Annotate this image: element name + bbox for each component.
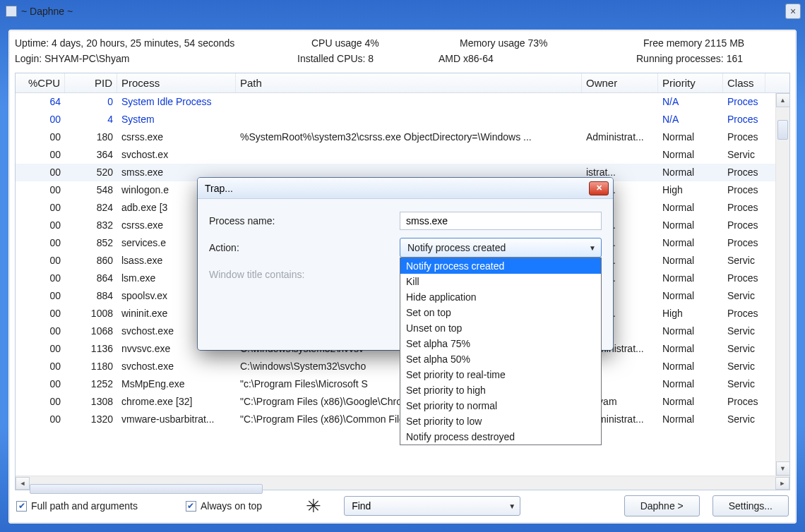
cell-owner bbox=[582, 111, 658, 128]
action-label: Action: bbox=[209, 242, 400, 253]
table-header: %CPU PID Process Path Owner Priority Cla… bbox=[16, 73, 789, 93]
cell-cpu: 00 bbox=[16, 181, 65, 199]
find-combo[interactable]: Find ▼ bbox=[344, 496, 520, 516]
cell-process: svchost.exe bbox=[117, 358, 236, 375]
alwaysontop-checkbox[interactable]: Always on top bbox=[186, 500, 262, 512]
scroll-up-icon[interactable]: ▲ bbox=[776, 93, 790, 107]
hscroll-thumb[interactable] bbox=[30, 484, 263, 494]
trap-dialog: Trap... ✕ Process name: Action: Notify p… bbox=[198, 178, 613, 350]
table-row[interactable]: 00364svchost.exNormalServic bbox=[16, 146, 789, 164]
horizontal-scrollbar[interactable]: ◄ ► bbox=[16, 476, 789, 490]
cell-class: Servic bbox=[723, 411, 765, 428]
cell-pid: 860 bbox=[65, 252, 117, 270]
cell-priority: Normal bbox=[658, 217, 723, 234]
cell-priority: Normal bbox=[658, 146, 723, 164]
cell-priority: N/A bbox=[658, 93, 723, 111]
cell-priority: Normal bbox=[658, 375, 723, 393]
cell-pid: 852 bbox=[65, 234, 117, 252]
title-bar[interactable]: ~ Daphne ~ × bbox=[0, 0, 805, 23]
col-owner[interactable]: Owner bbox=[582, 73, 658, 92]
dropdown-option[interactable]: Set priority to normal bbox=[400, 398, 601, 413]
scroll-thumb[interactable] bbox=[777, 120, 788, 140]
cell-pid: 1136 bbox=[65, 340, 117, 358]
procname-input[interactable] bbox=[400, 212, 602, 230]
table-row[interactable]: 004SystemN/AProces bbox=[16, 111, 789, 128]
dropdown-option[interactable]: Set priority to low bbox=[400, 413, 601, 429]
cell-path bbox=[236, 93, 582, 111]
cell-pid: 832 bbox=[65, 217, 117, 234]
cell-cpu: 00 bbox=[16, 340, 65, 358]
cell-pid: 1320 bbox=[65, 411, 117, 428]
cell-priority: Normal bbox=[658, 164, 723, 181]
cell-pid: 4 bbox=[65, 111, 117, 128]
cell-pid: 1252 bbox=[65, 375, 117, 393]
col-priority[interactable]: Priority bbox=[658, 73, 723, 92]
bottom-toolbar: Full path and arguments Always on top ✳ … bbox=[15, 490, 790, 517]
vertical-scrollbar[interactable]: ▲ ▼ bbox=[775, 93, 789, 476]
col-class[interactable]: Class bbox=[723, 73, 765, 92]
uptime-label: Uptime: 4 days, 20 hours, 25 minutes, 54… bbox=[15, 37, 311, 49]
close-button[interactable]: × bbox=[785, 4, 801, 19]
cell-cpu: 00 bbox=[16, 411, 65, 428]
cell-class: Servic bbox=[723, 252, 765, 270]
col-path[interactable]: Path bbox=[236, 73, 582, 92]
cell-process: svchost.ex bbox=[117, 146, 236, 164]
checkbox-icon bbox=[16, 501, 27, 512]
cell-cpu: 00 bbox=[16, 164, 65, 181]
cell-class: Proces bbox=[723, 181, 765, 199]
cell-class: Servic bbox=[723, 287, 765, 305]
dropdown-option[interactable]: Set priority to real-time bbox=[400, 367, 601, 382]
cell-owner: Administrat... bbox=[582, 128, 658, 146]
scroll-right-icon[interactable]: ► bbox=[775, 477, 789, 490]
dialog-title-bar[interactable]: Trap... ✕ bbox=[198, 178, 613, 199]
scroll-left-icon[interactable]: ◄ bbox=[16, 477, 30, 490]
cell-class: Proces bbox=[723, 270, 765, 287]
cell-pid: 824 bbox=[65, 199, 117, 217]
dialog-title: Trap... bbox=[202, 183, 589, 194]
dropdown-option[interactable]: Hide application bbox=[400, 289, 601, 305]
scroll-down-icon[interactable]: ▼ bbox=[776, 461, 790, 476]
dropdown-option[interactable]: Kill bbox=[400, 274, 601, 289]
alwaysontop-label: Always on top bbox=[201, 500, 262, 512]
cell-process: chrome.exe [32] bbox=[117, 393, 236, 411]
checkbox-icon bbox=[186, 501, 196, 512]
dropdown-option[interactable]: Notify process destroyed bbox=[400, 429, 601, 445]
dropdown-option[interactable]: Unset on top bbox=[400, 320, 601, 336]
dropdown-option[interactable]: Set alpha 75% bbox=[400, 336, 601, 351]
daphne-button[interactable]: Daphne > bbox=[624, 495, 700, 516]
app-icon bbox=[6, 6, 17, 17]
cell-class: Proces bbox=[723, 93, 765, 111]
table-row[interactable]: 00180csrss.exe%SystemRoot%\system32\csrs… bbox=[16, 128, 789, 146]
cell-pid: 180 bbox=[65, 128, 117, 146]
settings-button[interactable]: Settings... bbox=[712, 495, 789, 516]
cell-cpu: 00 bbox=[16, 128, 65, 146]
installed-cpus-label: Installed CPUs: 8 bbox=[297, 53, 439, 64]
cell-pid: 1308 bbox=[65, 393, 117, 411]
table-row[interactable]: 640System Idle ProcessN/AProces bbox=[16, 93, 789, 111]
fullpath-checkbox[interactable]: Full path and arguments bbox=[16, 500, 138, 512]
col-process[interactable]: Process bbox=[117, 73, 236, 92]
dropdown-option[interactable]: Set priority to high bbox=[400, 382, 601, 398]
dropdown-option[interactable]: Set on top bbox=[400, 305, 601, 320]
col-pid[interactable]: PID bbox=[65, 73, 117, 92]
crosshair-icon[interactable]: ✳ bbox=[296, 497, 331, 515]
dialog-close-button[interactable]: ✕ bbox=[589, 181, 609, 195]
free-memory-label: Free memory 2115 MB bbox=[643, 37, 758, 49]
dropdown-option[interactable]: Set alpha 50% bbox=[400, 351, 601, 367]
main-window: ~ Daphne ~ × Uptime: 4 days, 20 hours, 2… bbox=[0, 0, 805, 532]
cell-priority: Normal bbox=[658, 270, 723, 287]
col-cpu[interactable]: %CPU bbox=[16, 73, 65, 92]
action-select[interactable]: Notify process created ▼ Notify process … bbox=[400, 238, 602, 258]
cell-cpu: 00 bbox=[16, 217, 65, 234]
procname-label: Process name: bbox=[209, 215, 400, 226]
dropdown-option[interactable]: Notify process created bbox=[400, 258, 601, 274]
cell-class: Proces bbox=[723, 111, 765, 128]
action-dropdown[interactable]: Notify process createdKillHide applicati… bbox=[400, 258, 602, 445]
action-selected-value: Notify process created bbox=[407, 242, 506, 253]
cell-priority: Normal bbox=[658, 411, 723, 428]
cell-class: Proces bbox=[723, 305, 765, 322]
cell-priority: N/A bbox=[658, 111, 723, 128]
cell-class: Proces bbox=[723, 393, 765, 411]
close-icon: × bbox=[790, 6, 796, 17]
login-label: Login: SHYAM-PC\Shyam bbox=[15, 53, 297, 64]
